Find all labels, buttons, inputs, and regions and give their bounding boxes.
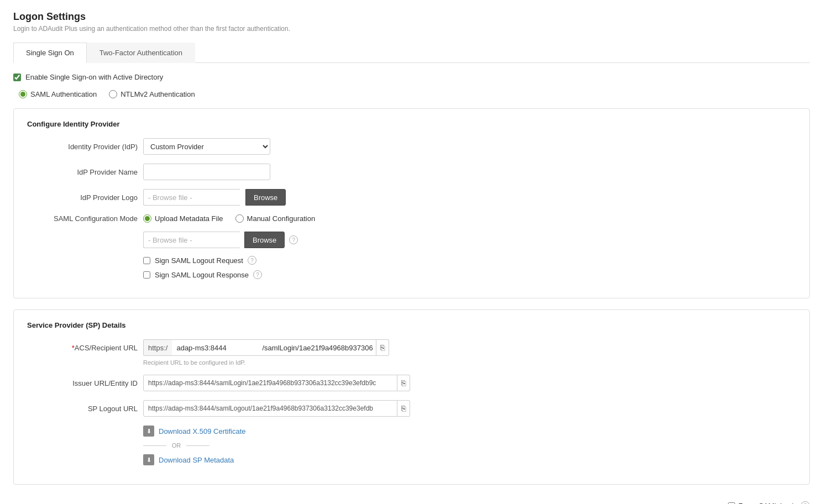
provider-name-row: IdP Provider Name (27, 164, 796, 180)
or-divider: OR (143, 442, 209, 449)
saml-mode-row: SAML Configuration Mode Upload Metadata … (27, 214, 796, 223)
issuer-url-row: Issuer URL/Entity ID https://adap-ms3:84… (27, 375, 796, 391)
tab-tfa[interactable]: Two-Factor Authentication (87, 43, 195, 63)
sp-details-title: Service Provider (SP) Details (27, 321, 796, 329)
force-saml-row: Force SAML Login ? (728, 501, 810, 504)
acs-url-prefix: https:/ (143, 339, 172, 356)
sign-logout-request-help-icon[interactable]: ? (248, 256, 256, 265)
download-sp-icon: ⬇ (143, 454, 154, 465)
upload-browse-button[interactable]: Browse (244, 232, 285, 248)
upload-help-icon[interactable]: ? (289, 235, 298, 244)
saml-mode-options: Upload Metadata File Manual Configuratio… (143, 214, 315, 223)
upload-metadata-option[interactable]: Upload Metadata File (143, 214, 223, 223)
or-line-left (143, 445, 166, 446)
tab-sso[interactable]: Single Sign On (13, 43, 87, 63)
ntlm-radio-option[interactable]: NTLMv2 Authentication (109, 90, 195, 98)
sign-logout-response-row: Sign SAML Logout Response ? (143, 270, 796, 279)
copy-icon-2: ⎘ (401, 379, 406, 387)
download-cert-row: ⬇ Download X.509 Certificate (143, 426, 796, 437)
enable-sso-row: Enable Single Sign-on with Active Direct… (13, 73, 810, 81)
acs-url-field-group: https:/ /samlLogin/1ae21f9a4968b937306 ⎘ (143, 339, 389, 356)
force-saml-checkbox[interactable] (728, 502, 735, 505)
ntlm-auth-label: NTLMv2 Authentication (120, 90, 195, 98)
sp-logout-url-label: SP Logout URL (27, 405, 138, 413)
sp-logout-url-row: SP Logout URL https://adap-ms3:8444/saml… (27, 400, 796, 417)
sign-logout-response-help-icon[interactable]: ? (253, 270, 262, 279)
sp-details-section: Service Provider (SP) Details *ACS/Recip… (13, 309, 810, 485)
ntlm-radio[interactable] (109, 90, 117, 98)
footer-row: Force SAML Login ? (13, 496, 810, 504)
upload-file-text: - Browse file - (143, 232, 240, 248)
acs-url-label: *ACS/Recipient URL (27, 344, 138, 352)
provider-name-label: IdP Provider Name (27, 168, 138, 176)
download-sp-row: ⬇ Download SP Metadata (143, 454, 796, 465)
download-cert-link[interactable]: Download X.509 Certificate (159, 427, 246, 435)
enable-sso-checkbox[interactable] (13, 74, 21, 81)
issuer-url-field-group: https://adap-ms3:8444/samlLogin/1ae21f9a… (143, 375, 410, 391)
acs-helper-text: Recipient URL to be configured in IdP. (143, 359, 245, 366)
or-text: OR (172, 442, 181, 449)
acs-url-copy-button[interactable]: ⎘ (376, 339, 389, 356)
configure-idp-section: Configure Identity Provider Identity Pro… (13, 108, 810, 298)
or-line-right (186, 445, 209, 446)
saml-radio[interactable] (19, 90, 27, 98)
sign-logout-request-label: Sign SAML Logout Request (155, 256, 243, 265)
copy-icon-3: ⎘ (401, 404, 406, 413)
sp-logout-url-field-group: https://adap-ms3:8444/samlLogout/1ae21f9… (143, 400, 410, 417)
acs-url-host[interactable] (172, 339, 258, 356)
logo-browse-button[interactable]: Browse (245, 189, 286, 206)
manual-config-option[interactable]: Manual Configuration (235, 214, 316, 223)
upload-file-row: - Browse file - Browse ? (143, 232, 796, 248)
manual-config-radio[interactable] (235, 214, 244, 223)
issuer-url-copy-button[interactable]: ⎘ (397, 375, 410, 391)
sign-logout-request-row: Sign SAML Logout Request ? (143, 256, 796, 265)
logo-file-text: - Browse file - (143, 189, 240, 206)
force-saml-label: Force SAML Login (738, 502, 798, 505)
download-sp-link[interactable]: Download SP Metadata (159, 456, 234, 464)
copy-icon: ⎘ (380, 343, 385, 352)
force-saml-help-icon[interactable]: ? (801, 501, 810, 504)
saml-auth-label: SAML Authentication (30, 90, 97, 98)
idp-row: Identity Provider (IdP) Custom Provider … (27, 138, 796, 155)
page-title: Logon Settings (13, 11, 810, 23)
tabs-container: Single Sign On Two-Factor Authentication (13, 43, 810, 63)
sign-logout-response-label: Sign SAML Logout Response (155, 271, 249, 279)
saml-mode-label: SAML Configuration Mode (27, 214, 138, 223)
provider-name-input[interactable] (143, 164, 270, 180)
sp-logout-url-copy-button[interactable]: ⎘ (397, 400, 410, 417)
sign-logout-response-checkbox[interactable] (143, 271, 150, 279)
provider-logo-row: IdP Provider Logo - Browse file - Browse (27, 189, 796, 206)
enable-sso-label: Enable Single Sign-on with Active Direct… (25, 73, 163, 81)
page-subtitle: Login to ADAudit Plus using an authentic… (13, 25, 810, 33)
acs-url-suffix: /samlLogin/1ae21f9a4968b937306 (258, 339, 376, 356)
manual-config-label: Manual Configuration (247, 214, 316, 223)
auth-method-row: SAML Authentication NTLMv2 Authenticatio… (19, 90, 810, 98)
sp-logout-url-value: https://adap-ms3:8444/samlLogout/1ae21f9… (143, 400, 397, 417)
upload-metadata-radio[interactable] (143, 214, 151, 223)
issuer-url-label: Issuer URL/Entity ID (27, 379, 138, 387)
acs-url-section: *ACS/Recipient URL https:/ /samlLogin/1a… (27, 339, 796, 366)
idp-label: Identity Provider (IdP) (27, 143, 138, 151)
upload-metadata-label: Upload Metadata File (155, 214, 223, 223)
acs-url-row: *ACS/Recipient URL https:/ /samlLogin/1a… (27, 339, 389, 356)
sign-logout-request-checkbox[interactable] (143, 257, 150, 264)
download-cert-icon: ⬇ (143, 426, 154, 437)
saml-radio-option[interactable]: SAML Authentication (19, 90, 97, 98)
idp-select[interactable]: Custom Provider ADFS Azure AD Okta OneLo… (143, 138, 270, 155)
configure-idp-title: Configure Identity Provider (27, 120, 796, 128)
provider-logo-label: IdP Provider Logo (27, 193, 138, 202)
issuer-url-value: https://adap-ms3:8444/samlLogin/1ae21f9a… (143, 375, 397, 391)
